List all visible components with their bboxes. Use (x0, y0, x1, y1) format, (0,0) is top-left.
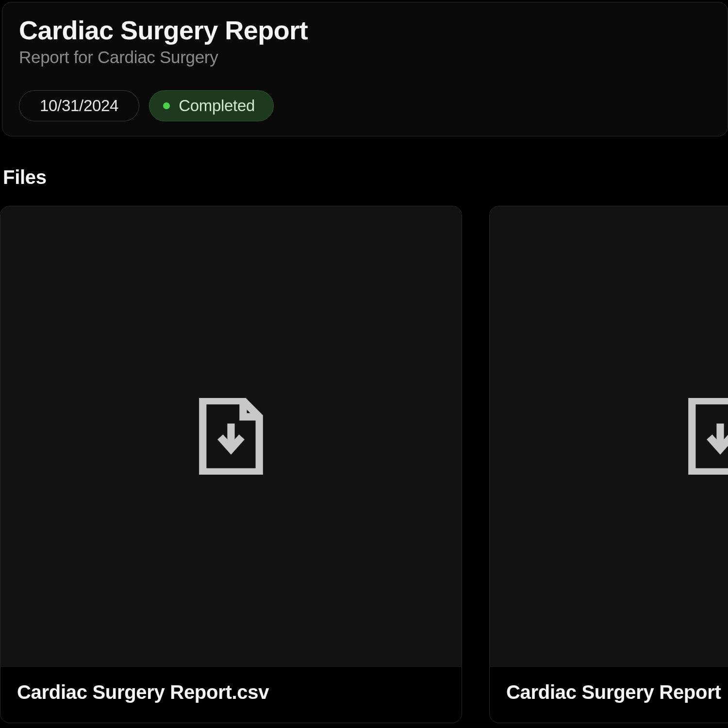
report-subtitle: Report for Cardiac Surgery (19, 48, 711, 67)
file-name: Cardiac Surgery Report.csv (17, 681, 445, 703)
file-preview (490, 206, 728, 666)
status-badge: Completed (149, 90, 274, 121)
file-download-icon (686, 398, 728, 475)
file-footer: Cardiac Surgery Report.csv (0, 666, 462, 723)
file-footer: Cardiac Surgery Report (490, 666, 728, 723)
file-grid: Cardiac Surgery Report.csv Cardiac Surge… (0, 206, 728, 723)
file-card[interactable]: Cardiac Surgery Report (489, 206, 728, 723)
file-card[interactable]: Cardiac Surgery Report.csv (0, 206, 462, 723)
badge-row: 10/31/2024 Completed (19, 90, 711, 121)
report-title: Cardiac Surgery Report (19, 16, 711, 45)
date-badge-text: 10/31/2024 (40, 97, 118, 115)
files-section-label: Files (3, 166, 728, 188)
file-preview (0, 206, 462, 666)
date-badge: 10/31/2024 (19, 90, 139, 121)
file-name: Cardiac Surgery Report (506, 681, 728, 703)
status-badge-text: Completed (179, 97, 255, 115)
status-dot-icon (163, 102, 170, 109)
file-download-icon (197, 398, 265, 475)
report-header-card: Cardiac Surgery Report Report for Cardia… (2, 2, 728, 136)
